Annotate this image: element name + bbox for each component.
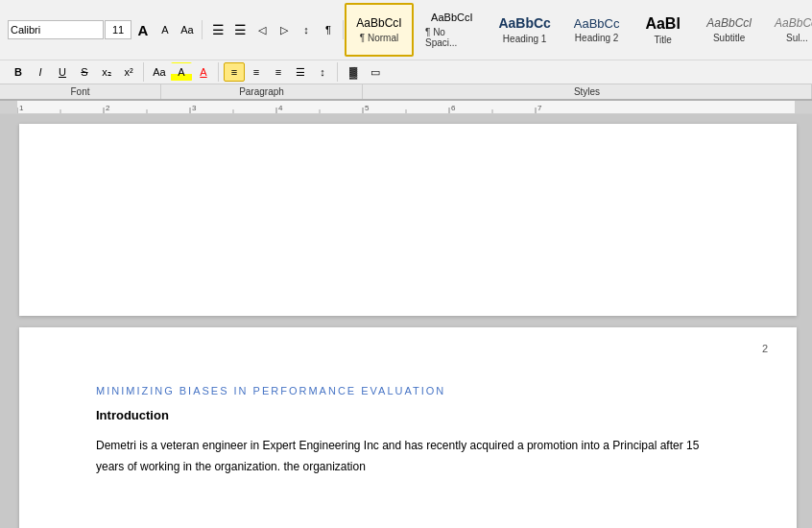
align-right-button[interactable]: ≡	[268, 62, 289, 82]
subscript-button[interactable]: x₂	[96, 62, 117, 82]
style-subtitle[interactable]: AaBbCcl Subtitle	[695, 3, 764, 57]
style-heading1[interactable]: AaBbCc Heading 1	[490, 3, 560, 57]
list-ol-button[interactable]: ☰	[229, 20, 251, 39]
svg-text:6: 6	[451, 104, 456, 112]
ruler-inner: 1 2 3 4 5 6 7	[17, 101, 795, 113]
font-shrink-button[interactable]: A	[155, 20, 176, 39]
style-nospace-preview: AaBbCcI	[431, 12, 472, 24]
align-justify-button[interactable]: ☰	[290, 62, 311, 82]
style-heading2[interactable]: AaBbCc Heading 2	[562, 3, 632, 57]
page-2: 2 MINIMIZING BIASES IN PERFORMANCE EVALU…	[19, 327, 797, 528]
underline-button[interactable]: U	[52, 62, 73, 82]
style-h1-label: Heading 1	[503, 34, 547, 44]
font-format-group: B I U S x₂ x²	[4, 62, 144, 82]
ruler: 1 2 3 4 5 6 7	[0, 101, 812, 114]
text-effects-group: Aa A A	[145, 62, 219, 82]
toolbar: Calibri 11 A A Aa ☰ ☰ ◁ ▷ ↕ ¶ AaBbCcI ¶ …	[0, 0, 812, 101]
font-color-button[interactable]: A	[193, 62, 214, 82]
list-indent-group: ☰ ☰ ◁ ▷ ↕ ¶	[203, 20, 344, 39]
style-subtle-label: Sul...	[786, 33, 808, 43]
toolbar-sections-bar: Font Paragraph Styles	[0, 84, 812, 99]
style-subtle[interactable]: AaBbCcl Sul...	[767, 3, 812, 57]
sort-button[interactable]: ↕	[296, 20, 317, 39]
indent-inc-button[interactable]: ▷	[274, 20, 295, 39]
font-section-label: Font	[0, 84, 161, 99]
show-para-button[interactable]: ¶	[318, 20, 339, 39]
styles-ribbon: AaBbCcI ¶ Normal AaBbCcI ¶ No Spaci... A…	[345, 3, 812, 57]
italic-button[interactable]: I	[30, 62, 51, 82]
style-normal[interactable]: AaBbCcI ¶ Normal	[345, 3, 414, 57]
styles-section-label: Styles	[363, 84, 812, 99]
intro-label: Introduction	[96, 408, 720, 422]
paragraph-section-label: Paragraph	[161, 84, 363, 99]
page-1	[19, 124, 797, 316]
style-normal-label: ¶ Normal	[360, 33, 398, 43]
indent-dec-button[interactable]: ◁	[251, 20, 273, 39]
style-title-label: Title	[654, 35, 672, 45]
line-spacing-button[interactable]: ↕	[312, 62, 333, 82]
style-subtitle-label: Subtitle	[713, 33, 745, 43]
svg-text:2: 2	[106, 104, 110, 112]
style-h2-preview: AaBbCc	[574, 16, 620, 32]
svg-text:1: 1	[19, 104, 24, 112]
style-subtle-preview: AaBbCcl	[775, 16, 812, 30]
font-format-button[interactable]: Aa	[177, 20, 198, 39]
border-button[interactable]: ▭	[365, 62, 386, 82]
doc-heading: MINIMIZING BIASES IN PERFORMANCE EVALUAT…	[96, 385, 720, 396]
ruler-right-margin	[795, 101, 812, 114]
shading-border-group: ▓ ▭	[339, 62, 390, 82]
page-number: 2	[762, 343, 768, 354]
font-size-input[interactable]: 11	[105, 20, 131, 39]
style-h2-label: Heading 2	[575, 33, 619, 43]
style-nospace-label: ¶ No Spaci...	[425, 27, 479, 48]
style-normal-preview: AaBbCcI	[356, 16, 401, 30]
svg-text:3: 3	[192, 104, 197, 112]
alignment-group: ≡ ≡ ≡ ☰ ↕	[220, 62, 338, 82]
body-paragraph: Demetri is a veteran engineer in Expert …	[96, 436, 720, 477]
svg-text:4: 4	[278, 104, 283, 112]
shading-button[interactable]: ▓	[343, 62, 364, 82]
font-name-input[interactable]: Calibri	[8, 20, 104, 39]
svg-text:5: 5	[365, 104, 370, 112]
align-center-button[interactable]: ≡	[246, 62, 267, 82]
highlight-button[interactable]: A	[171, 62, 192, 82]
style-no-space[interactable]: AaBbCcI ¶ No Spaci...	[417, 3, 488, 57]
font-grow-button[interactable]: A	[132, 20, 154, 39]
style-title[interactable]: AaBl Title	[634, 3, 692, 57]
style-title-preview: AaBl	[645, 14, 680, 33]
ruler-left-margin	[0, 101, 17, 114]
style-h1-preview: AaBbCc	[498, 15, 550, 32]
clear-format-button[interactable]: Aa	[149, 62, 170, 82]
bold-button[interactable]: B	[8, 62, 29, 82]
align-left-button[interactable]: ≡	[224, 62, 245, 82]
svg-text:7: 7	[537, 104, 542, 112]
strikethrough-button[interactable]: S	[74, 62, 95, 82]
font-group: Calibri 11 A A Aa	[4, 20, 203, 39]
superscript-button[interactable]: x²	[118, 62, 139, 82]
list-ul-button[interactable]: ☰	[207, 20, 228, 39]
ruler-svg: 1 2 3 4 5 6 7	[17, 101, 795, 113]
document-area: 2 MINIMIZING BIASES IN PERFORMANCE EVALU…	[0, 114, 812, 528]
style-subtitle-preview: AaBbCcl	[706, 16, 752, 30]
